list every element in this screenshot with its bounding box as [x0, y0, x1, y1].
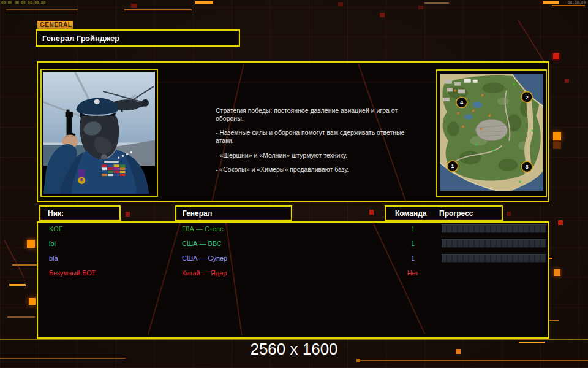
clock-text: 00:00:00 — [568, 1, 586, 4]
player-nick: lol — [49, 240, 56, 247]
circuit-line — [9, 284, 26, 286]
player-team: Нет — [402, 269, 423, 277]
strategy-briefing: Стратегия победы: постоянное давление ав… — [216, 107, 414, 180]
player-list-panel: KOF ГЛА — Стелс 1 lol США — ВВС 1 bla СШ… — [37, 221, 549, 339]
column-header-general: Генерал — [175, 205, 292, 221]
circuit-square — [356, 359, 360, 362]
column-header-nick: Ник: — [39, 205, 121, 221]
player-general: Китай — Ядер — [182, 269, 227, 277]
player-progress-bar — [442, 239, 546, 248]
player-team: 1 — [402, 255, 423, 262]
spawn-marker-3: 3 — [521, 161, 532, 172]
player-nick: Безумный БОТ — [49, 269, 96, 277]
map-preview-frame: 4 2 1 3 — [436, 69, 547, 197]
player-team: 1 — [402, 240, 423, 247]
player-progress-bar — [442, 224, 546, 233]
header-label: Прогресс — [439, 209, 473, 218]
circuit-line — [360, 360, 588, 361]
circuit-square — [29, 298, 36, 305]
spawn-marker-1: 1 — [447, 161, 458, 172]
tab-general[interactable]: GENERAL — [37, 21, 73, 29]
player-team: 1 — [402, 225, 423, 232]
header-label: Ник: — [40, 209, 64, 218]
general-portrait-frame — [40, 69, 158, 197]
svg-text:4: 4 — [460, 100, 463, 106]
spawn-marker-2: 2 — [521, 91, 532, 102]
player-row[interactable]: Безумный БОТ Китай — Ядер Нет — [39, 267, 547, 279]
map-preview-image: 4 2 1 3 — [440, 74, 543, 191]
briefing-line: Стратегия победы: постоянное давление ав… — [216, 107, 414, 123]
circuit-square — [553, 53, 559, 59]
briefing-line: - «Шершни» и «Молнии» штурмуют технику. — [216, 151, 414, 159]
circuit-line — [552, 5, 585, 6]
diagonal-line — [4, 240, 25, 278]
circuit-square — [126, 212, 130, 217]
spawn-marker-4: 4 — [456, 97, 467, 108]
circuit-line — [7, 316, 35, 318]
player-nick: bla — [49, 255, 58, 262]
circuit-square — [369, 210, 374, 215]
circuit-square — [27, 240, 35, 248]
circuit-square — [558, 220, 563, 225]
player-general: ГЛА — Стелс — [182, 225, 224, 232]
circuit-line — [195, 1, 213, 4]
column-header-team-progress: Команда Прогресс — [385, 205, 503, 221]
circuit-line — [124, 9, 192, 10]
briefing-line: - «Соколы» и «Химеры» продавливают базу. — [216, 166, 414, 174]
player-row[interactable]: KOF ГЛА — Стелс 1 — [39, 223, 547, 235]
circuit-line — [424, 2, 449, 4]
circuit-square — [554, 269, 560, 276]
resolution-label: 2560 x 1600 — [0, 340, 588, 359]
svg-text:1: 1 — [451, 163, 454, 169]
diagonal-line — [518, 20, 545, 63]
circuit-line — [543, 1, 559, 4]
circuit-square — [338, 2, 343, 6]
circuit-square — [380, 13, 385, 17]
briefing-line: - Наземные силы и оборона помогут вам сд… — [216, 129, 414, 145]
player-row[interactable]: lol США — ВВС 1 — [39, 237, 547, 250]
general-portrait-image — [43, 72, 155, 194]
circuit-square — [565, 79, 569, 83]
svg-text:2: 2 — [526, 94, 529, 101]
header-label: Команда — [395, 209, 426, 218]
circuit-square — [507, 212, 511, 216]
general-title-box: Генерал Грэйнджер — [36, 29, 240, 47]
circuit-square — [131, 4, 137, 8]
lobby-screen: { "window": { "debug_left": "00 00 00 00… — [0, 0, 588, 368]
page-title: Генерал Грэйнджер — [37, 34, 119, 43]
debug-counter-text: 00 00 00 00 00:00:00 — [1, 1, 45, 4]
player-general: США — Супер — [182, 255, 227, 262]
player-nick: KOF — [49, 225, 63, 232]
circuit-square — [553, 142, 561, 149]
svg-text:3: 3 — [526, 164, 529, 170]
circuit-square — [418, 6, 423, 9]
player-general: США — ВВС — [182, 240, 222, 247]
header-label: Генерал — [176, 209, 212, 218]
player-row[interactable]: bla США — Супер 1 — [39, 252, 547, 264]
circuit-line — [6, 9, 78, 10]
circuit-square — [553, 132, 561, 140]
player-progress-bar — [442, 254, 546, 263]
